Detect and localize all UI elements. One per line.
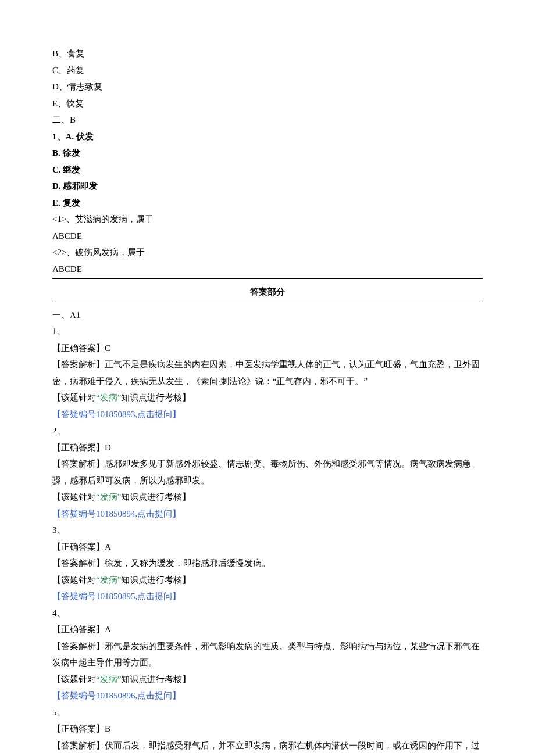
faq-action: ,点击提问】 <box>135 509 181 518</box>
correct-label: 【正确答案】 <box>52 443 105 452</box>
option-e: E、饮复 <box>52 95 483 112</box>
a3-faq-link[interactable]: 【答疑编号101850895,点击提问】 <box>52 588 483 605</box>
topic-word: 发病 <box>100 675 117 684</box>
topic-prefix: 【该题针对 <box>52 675 96 684</box>
faq-open: 【答疑编号 <box>52 410 96 419</box>
topic-suffix: 知识点进行考核】 <box>121 675 191 684</box>
a3-analysis-text: 徐发，又称为缓发，即指感邪后缓慢发病。 <box>105 558 270 568</box>
faq-action: ,点击提问】 <box>135 410 181 419</box>
correct-label: 【正确答案】 <box>52 625 105 634</box>
option-b: B、食复 <box>52 45 483 62</box>
a2-analysis-text: 感邪即发多见于新感外邪较盛、情志剧变、毒物所伤、外伤和感受邪气等情况。病气致病发… <box>52 459 471 485</box>
q1-stem-a: 1、A. 伏发 <box>52 128 483 145</box>
section-a-header: 一、A1 <box>52 307 483 324</box>
analysis-label: 【答案解析】 <box>52 459 105 468</box>
faq-open: 【答疑编号 <box>52 509 96 518</box>
a2-correct: 【正确答案】D <box>52 439 483 456</box>
faq-open: 【答疑编号 <box>52 592 96 601</box>
divider-top <box>52 278 483 279</box>
a5-analysis-text: 伏而后发，即指感受邪气后，并不立即发病，病邪在机体内潜伏一段时间，或在诱因的作用… <box>52 741 480 757</box>
a2-correct-value: D <box>105 443 111 452</box>
a1-analysis: 【答案解析】正气不足是疾病发生的内在因素，中医发病学重视人体的正气，认为正气旺盛… <box>52 356 483 389</box>
topic-prefix: 【该题针对 <box>52 575 96 585</box>
correct-label: 【正确答案】 <box>52 343 105 353</box>
a4-analysis-text: 邪气是发病的重要条件，邪气影响发病的性质、类型与特点、影响病情与病位，某些情况下… <box>52 642 480 668</box>
faq-open: 【答疑编号 <box>52 691 96 700</box>
correct-label: 【正确答案】 <box>52 724 105 733</box>
a3-correct: 【正确答案】A <box>52 539 483 556</box>
a2-num: 2、 <box>52 422 483 439</box>
analysis-label: 【答案解析】 <box>52 741 105 750</box>
a2-faq-link[interactable]: 【答疑编号101850894,点击提问】 <box>52 506 483 522</box>
a4-faq-id: 101850896 <box>96 691 135 700</box>
q1-sub1-choices: ABCDE <box>52 228 483 245</box>
analysis-label: 【答案解析】 <box>52 558 105 568</box>
a1-correct-value: C <box>105 343 110 353</box>
a2-topic: 【该题针对“发病”知识点进行考核】 <box>52 489 483 506</box>
topic-suffix: 知识点进行考核】 <box>121 393 191 402</box>
a4-faq-link[interactable]: 【答疑编号101850896,点击提问】 <box>52 687 483 704</box>
answers-container: 一、A1 1、 【正确答案】C 【答案解析】正气不足是疾病发生的内在因素，中医发… <box>52 307 483 757</box>
a4-num: 4、 <box>52 605 483 622</box>
correct-label: 【正确答案】 <box>52 542 105 551</box>
a4-topic: 【该题针对“发病”知识点进行考核】 <box>52 671 483 688</box>
topic-word: 发病 <box>100 492 117 501</box>
topic-open: “ <box>96 675 100 684</box>
analysis-label: 【答案解析】 <box>52 642 105 651</box>
a1-faq-link[interactable]: 【答疑编号101850893,点击提问】 <box>52 406 483 423</box>
answer-section-title: 答案部分 <box>52 284 483 300</box>
topic-prefix: 【该题针对 <box>52 492 96 501</box>
topic-word: 发病 <box>100 393 117 402</box>
a3-topic: 【该题针对“发病”知识点进行考核】 <box>52 572 483 589</box>
topic-open: “ <box>96 393 100 402</box>
q1-option-d: D. 感邪即发 <box>52 178 483 195</box>
a3-correct-value: A <box>105 542 111 551</box>
a2-faq-id: 101850894 <box>96 509 135 518</box>
a1-topic: 【该题针对“发病”知识点进行考核】 <box>52 389 483 406</box>
a1-analysis-text: 正气不足是疾病发生的内在因素，中医发病学重视人体的正气，认为正气旺盛，气血充盈，… <box>52 360 480 386</box>
a5-correct: 【正确答案】B <box>52 721 483 737</box>
a5-num: 5、 <box>52 704 483 721</box>
q1-option-b: B. 徐发 <box>52 145 483 162</box>
a3-analysis: 【答案解析】徐发，又称为缓发，即指感邪后缓慢发病。 <box>52 555 483 572</box>
topic-suffix: 知识点进行考核】 <box>121 492 191 501</box>
topic-prefix: 【该题针对 <box>52 393 96 402</box>
page-content: B、食复 C、药复 D、情志致复 E、饮复 二、B 1、A. 伏发 B. 徐发 … <box>0 0 535 756</box>
faq-action: ,点击提问】 <box>135 592 181 601</box>
q1-sub2-choices: ABCDE <box>52 261 483 278</box>
option-d: D、情志致复 <box>52 78 483 95</box>
q1-option-c: C. 继发 <box>52 162 483 178</box>
analysis-label: 【答案解析】 <box>52 360 105 369</box>
topic-word: 发病 <box>100 575 117 585</box>
section-b-header: 二、B <box>52 112 483 128</box>
a4-correct: 【正确答案】A <box>52 621 483 638</box>
a3-faq-id: 101850895 <box>96 592 135 601</box>
faq-action: ,点击提问】 <box>135 691 181 700</box>
a1-faq-id: 101850893 <box>96 410 135 419</box>
a4-analysis: 【答案解析】邪气是发病的重要条件，邪气影响发病的性质、类型与特点、影响病情与病位… <box>52 638 483 671</box>
a1-num: 1、 <box>52 323 483 340</box>
topic-open: “ <box>96 575 100 585</box>
a5-correct-value: B <box>105 724 110 733</box>
a4-correct-value: A <box>105 625 111 634</box>
option-c: C、药复 <box>52 62 483 79</box>
q1-sub2: <2>、破伤风发病，属于 <box>52 244 483 261</box>
a1-correct: 【正确答案】C <box>52 340 483 357</box>
q1-option-e: E. 复发 <box>52 195 483 212</box>
a5-analysis: 【答案解析】伏而后发，即指感受邪气后，并不立即发病，病邪在机体内潜伏一段时间，或… <box>52 737 483 757</box>
divider-bottom <box>52 302 483 302</box>
topic-suffix: 知识点进行考核】 <box>121 575 191 585</box>
q1-sub1: <1>、艾滋病的发病，属于 <box>52 211 483 228</box>
a3-num: 3、 <box>52 522 483 539</box>
topic-open: “ <box>96 492 100 501</box>
a2-analysis: 【答案解析】感邪即发多见于新感外邪较盛、情志剧变、毒物所伤、外伤和感受邪气等情况… <box>52 456 483 489</box>
